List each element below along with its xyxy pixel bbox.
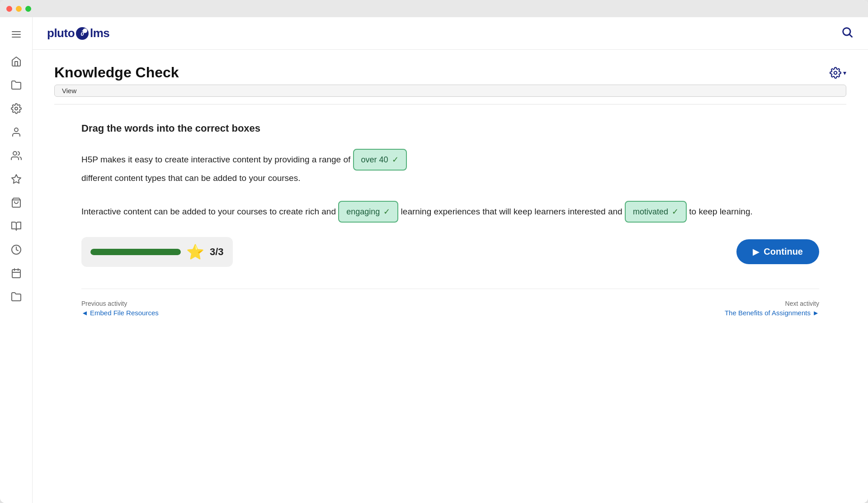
- score-area: ⭐ 3/3 ▶ Continue: [81, 237, 819, 267]
- sentence-1: H5P makes it easy to create interactive …: [81, 149, 819, 186]
- sentence-2: Interactive content can be added to your…: [81, 201, 819, 223]
- svg-point-5: [13, 152, 17, 155]
- settings-gear-icon[interactable]: [6, 99, 26, 119]
- blank3: motivated ✓: [625, 201, 687, 223]
- sentence1-before: H5P makes it easy to create interactive …: [81, 155, 350, 164]
- blank1-text: over 40: [361, 152, 388, 167]
- svg-rect-9: [12, 270, 20, 278]
- score-left: ⭐ 3/3: [81, 237, 233, 267]
- score-star-icon: ⭐: [186, 243, 204, 261]
- progress-fill: [90, 249, 181, 255]
- blank3-text: motivated: [633, 204, 668, 219]
- search-icon[interactable]: [841, 26, 854, 41]
- favorites-star-icon[interactable]: [6, 169, 26, 189]
- store-icon[interactable]: [6, 193, 26, 213]
- mac-titlebar: [0, 0, 868, 17]
- prev-activity-link[interactable]: ◄ Embed File Resources: [81, 309, 159, 317]
- home-icon[interactable]: [6, 52, 26, 71]
- continue-label: Continue: [764, 247, 803, 257]
- courses-icon[interactable]: [6, 216, 26, 236]
- blank1: over 40 ✓: [353, 149, 407, 171]
- main-area: pluto ∂ lms Knowledge Check: [33, 17, 868, 503]
- quiz-instruction: Drag the words into the correct boxes: [81, 123, 819, 134]
- blank2-text: engaging: [346, 204, 380, 219]
- continue-button[interactable]: ▶ Continue: [736, 239, 819, 264]
- page-title-bar: Knowledge Check ▾: [54, 64, 846, 81]
- divider: [54, 104, 846, 104]
- calendar-icon[interactable]: [6, 263, 26, 283]
- prev-activity: Previous activity ◄ Embed File Resources: [81, 300, 159, 317]
- mac-maximize-btn[interactable]: [25, 6, 31, 12]
- svg-point-3: [15, 107, 18, 110]
- score-text: 3/3: [210, 246, 224, 258]
- sidebar: [0, 17, 33, 503]
- users-icon[interactable]: [6, 146, 26, 166]
- settings-dropdown-btn[interactable]: ▾: [830, 67, 846, 79]
- blank2: engaging ✓: [338, 201, 398, 223]
- app-logo: pluto ∂ lms: [47, 26, 109, 40]
- svg-line-14: [849, 34, 852, 37]
- view-badge[interactable]: View: [54, 85, 846, 97]
- svg-marker-6: [12, 175, 21, 183]
- sentence1-after: different content types that can be adde…: [81, 173, 300, 183]
- logo-circle: ∂: [76, 27, 89, 40]
- sentence2-middle: learning experiences that will keep lear…: [401, 207, 623, 216]
- svg-point-4: [14, 128, 18, 132]
- next-activity-link[interactable]: The Benefits of Assignments ►: [725, 309, 819, 317]
- play-icon: ▶: [753, 247, 759, 257]
- files-icon[interactable]: [6, 287, 26, 307]
- blank2-check-icon: ✓: [383, 204, 390, 219]
- quiz-content: Drag the words into the correct boxes H5…: [54, 123, 846, 489]
- mac-close-btn[interactable]: [6, 6, 12, 12]
- sentence2-after: to keep learning.: [689, 207, 753, 216]
- blank1-check-icon: ✓: [392, 152, 399, 167]
- nav-footer: Previous activity ◄ Embed File Resources…: [81, 289, 819, 317]
- next-activity-label: Next activity: [785, 300, 819, 307]
- prev-activity-label: Previous activity: [81, 300, 159, 307]
- sentence2-before: Interactive content can be added to your…: [81, 207, 336, 216]
- next-activity: Next activity The Benefits of Assignment…: [725, 300, 819, 317]
- folder-icon[interactable]: [6, 75, 26, 95]
- reports-icon[interactable]: [6, 240, 26, 260]
- mac-minimize-btn[interactable]: [16, 6, 22, 12]
- page-title: Knowledge Check: [54, 64, 179, 81]
- settings-chevron: ▾: [843, 69, 846, 76]
- progress-bar: [90, 249, 181, 255]
- menu-icon[interactable]: [6, 24, 26, 44]
- top-header: pluto ∂ lms: [33, 17, 868, 50]
- svg-point-15: [834, 71, 837, 74]
- blank3-check-icon: ✓: [672, 204, 679, 219]
- content-area: Knowledge Check ▾ View Drag the words in…: [33, 50, 868, 503]
- user-icon[interactable]: [6, 122, 26, 142]
